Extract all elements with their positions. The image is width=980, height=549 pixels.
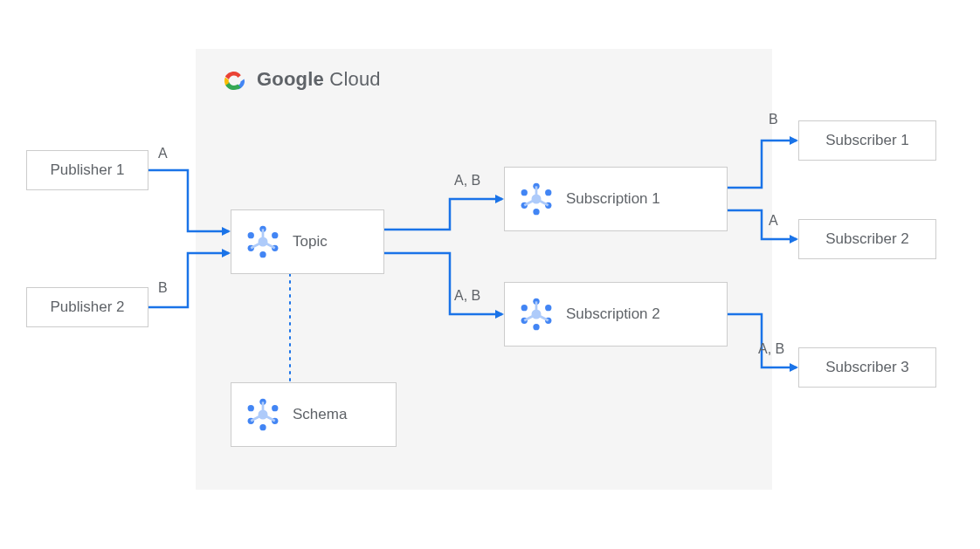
pubsub-icon: [244, 223, 282, 261]
edge-label-sub2-s3: A, B: [758, 341, 784, 357]
publisher-1-label: Publisher 1: [50, 161, 124, 179]
topic-label: Topic: [293, 233, 328, 250]
google-cloud-brand: Google Cloud: [220, 68, 381, 91]
edge-label-topic-sub2: A, B: [454, 288, 480, 304]
svg-point-12: [259, 424, 266, 430]
subscriber-1-box: Subscriber 1: [798, 120, 936, 161]
brand-google: Google: [257, 68, 324, 90]
svg-point-24: [545, 189, 551, 196]
svg-point-4: [272, 232, 278, 238]
google-cloud-icon: [220, 68, 248, 91]
subscriber-2-box: Subscriber 2: [798, 219, 936, 259]
schema-box: Schema: [231, 382, 397, 447]
publisher-2-box: Publisher 2: [26, 287, 148, 327]
subscriber-3-label: Subscriber 3: [825, 359, 908, 376]
subscription-2-label: Subscription 2: [566, 305, 660, 323]
subscriber-2-label: Subscriber 2: [825, 230, 908, 248]
edge-label-sub1-s1: B: [769, 112, 778, 127]
svg-point-14: [272, 405, 278, 411]
edge-label-p2-topic: B: [158, 280, 168, 296]
svg-point-3: [248, 232, 254, 238]
pubsub-icon: [517, 180, 556, 218]
subscription-1-box: Subscription 1: [504, 167, 728, 231]
svg-point-22: [533, 209, 539, 215]
publisher-2-label: Publisher 2: [50, 299, 124, 316]
brand-cloud: Cloud: [329, 68, 380, 90]
brand-text: Google Cloud: [257, 68, 381, 91]
svg-point-32: [533, 324, 539, 330]
edge-label-topic-sub1: A, B: [454, 173, 480, 189]
svg-point-33: [521, 305, 528, 311]
diagram-canvas: Google Cloud A B A, B A, B B A A, B: [0, 0, 980, 549]
subscriber-1-label: Subscriber 1: [825, 132, 908, 149]
svg-point-13: [248, 405, 254, 411]
svg-point-23: [521, 189, 528, 196]
subscriber-3-box: Subscriber 3: [798, 347, 936, 388]
publisher-1-box: Publisher 1: [26, 150, 148, 190]
edge-label-sub1-s2: A: [769, 213, 778, 229]
subscription-1-label: Subscription 1: [566, 190, 660, 208]
edge-label-p1-topic: A: [158, 146, 168, 161]
schema-label: Schema: [293, 406, 347, 423]
pubsub-icon: [244, 395, 282, 434]
pubsub-icon: [517, 295, 556, 333]
subscription-2-box: Subscription 2: [504, 282, 728, 347]
topic-box: Topic: [231, 209, 384, 274]
svg-point-34: [545, 305, 551, 311]
svg-point-2: [259, 251, 266, 257]
